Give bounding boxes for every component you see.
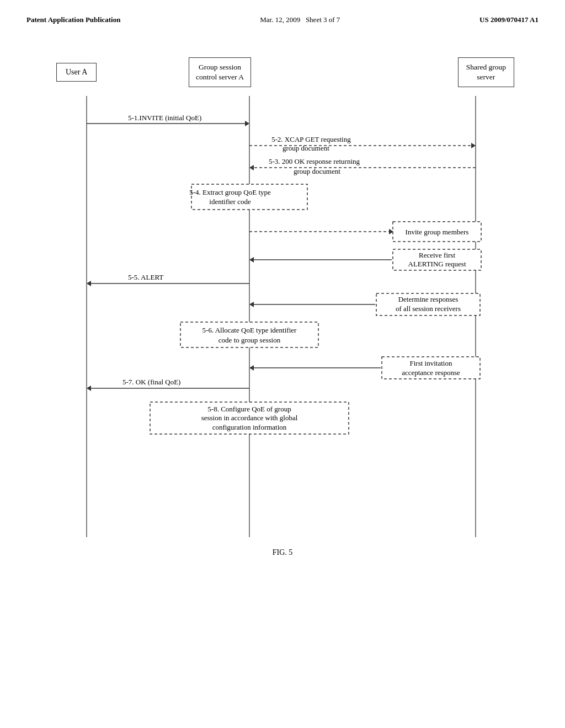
svg-marker-4 [245,121,249,126]
header-left: Patent Application Publication [26,15,120,24]
entity-groupServer: Group sessioncontrol server A [189,57,251,87]
svg-text:5-4. Extract group QoE type: 5-4. Extract group QoE type [189,188,271,196]
entity-userA: User A [56,63,97,82]
svg-text:Receive first: Receive first [419,251,455,259]
svg-text:5-6. Allocate QoE type identif: 5-6. Allocate QoE type identifier [202,326,297,334]
svg-text:5-7. OK (final QoE): 5-7. OK (final QoE) [122,378,180,386]
svg-text:5-5. ALERT: 5-5. ALERT [128,273,163,281]
svg-text:5-1.INVITE (initial QoE): 5-1.INVITE (initial QoE) [128,114,201,122]
svg-marker-27 [87,281,91,286]
header-right: US 2009/070417 A1 [479,15,539,24]
svg-text:ALERTING request: ALERTING request [408,260,466,268]
svg-text:of all session receivers: of all session receivers [396,304,461,313]
diagram-svg: 5-1.INVITE (initial QoE) 5-2. XCAP GET r… [40,96,525,559]
svg-marker-33 [249,302,254,307]
svg-text:Invite group members: Invite group members [406,228,469,236]
svg-text:session in accordance with glo: session in accordance with global [201,414,298,422]
svg-text:group document: group document [282,144,329,152]
svg-text:group document: group document [294,167,340,175]
svg-text:5-3. 200 OK response returning: 5-3. 200 OK response returning [269,157,360,165]
svg-text:identifier code: identifier code [209,197,251,206]
svg-text:5-8. Configure QoE of group: 5-8. Configure QoE of group [207,405,291,413]
svg-text:acceptance response: acceptance response [402,368,460,377]
figure-caption: FIG. 5 [40,548,525,557]
svg-text:code to group session: code to group session [218,336,281,344]
svg-text:Determine responses: Determine responses [398,295,459,303]
page-header: Patent Application Publication Mar. 12, … [0,0,565,24]
svg-marker-25 [249,257,254,263]
svg-marker-11 [249,165,254,170]
header-center: Mar. 12, 2009 Sheet 3 of 7 [260,15,340,24]
svg-text:First invitation: First invitation [410,359,452,367]
svg-marker-41 [249,365,254,371]
entity-sharedServer: Shared groupserver [458,57,514,87]
svg-text:configuration information: configuration information [212,423,287,431]
svg-text:5-2. XCAP GET requesting: 5-2. XCAP GET requesting [271,135,351,143]
svg-marker-7 [471,143,476,148]
svg-marker-43 [87,386,91,391]
